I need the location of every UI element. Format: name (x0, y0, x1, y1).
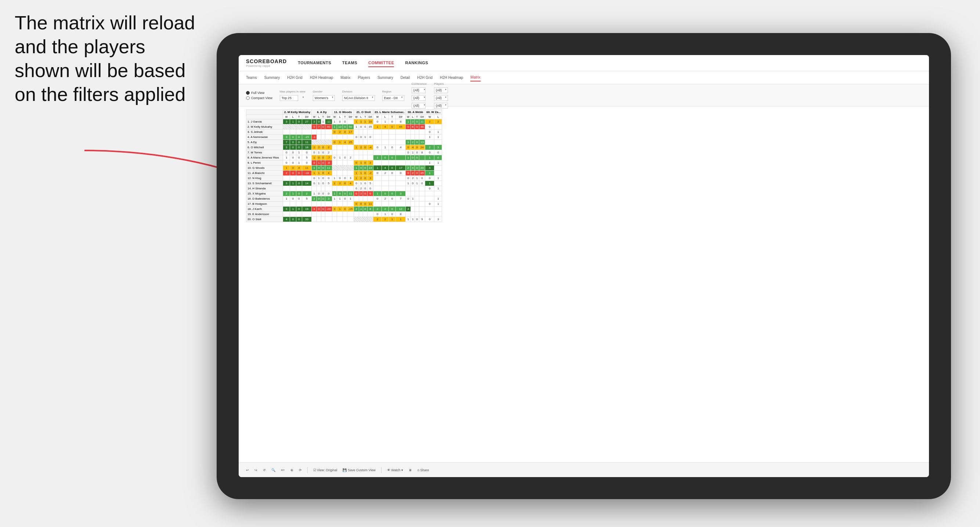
cell: 0 (296, 140, 302, 145)
cell (321, 130, 325, 135)
cell: 1 (406, 217, 411, 222)
players-select3[interactable]: (All) (434, 103, 448, 109)
gender-select-wrapper[interactable]: Women's (313, 94, 335, 101)
nav-teams[interactable]: TEAMS (342, 59, 357, 67)
players-select2-wrapper[interactable]: (All) (434, 94, 448, 101)
conference-select2-wrapper[interactable]: (All) (412, 94, 427, 101)
cell: 45 (396, 124, 406, 130)
table-row: 2. M Kelly Mulcahy 07040 110050 10035 14… (247, 124, 442, 130)
nav-tournaments[interactable]: TOURNAMENTS (298, 59, 331, 67)
max-players-select[interactable]: Top 25 (280, 95, 298, 101)
cell (290, 176, 296, 181)
region-select-wrapper[interactable]: East - DII (382, 94, 404, 101)
compact-view-radio[interactable] (246, 96, 250, 100)
cell (312, 130, 317, 135)
add-button[interactable]: ⊕ (290, 468, 293, 472)
compact-view-option[interactable]: Compact View (246, 96, 272, 100)
conference-select-wrapper[interactable]: (All) (412, 86, 427, 93)
view-original-button[interactable]: ☑ View: Original (313, 468, 337, 472)
sh-t4: T (363, 115, 367, 119)
division-filter: Division NCAA Division II (342, 90, 375, 101)
cell: 0 (317, 119, 321, 124)
conference-select3-wrapper[interactable]: (All) (412, 102, 427, 109)
cell: 2 (283, 171, 290, 176)
cell: 0 (283, 150, 290, 155)
players-select[interactable]: (All) (434, 87, 448, 93)
tab-h2h-heatmap2[interactable]: H2H Heatmap (440, 74, 463, 81)
cell: 1 (312, 155, 317, 160)
division-select-wrapper[interactable]: NCAA Division II (342, 94, 375, 101)
cell: 7 (396, 196, 406, 202)
cell (382, 130, 388, 135)
nav-committee[interactable]: COMMITTEE (368, 59, 395, 67)
sh-w2: W (312, 115, 317, 119)
cell: 1 (317, 160, 321, 165)
gender-select[interactable]: Women's (313, 95, 335, 101)
cell: 0 (388, 206, 395, 212)
cell: 1 (363, 135, 367, 140)
cell: 1 (312, 171, 317, 176)
conference-select3[interactable]: (All) (412, 103, 426, 109)
reset-button[interactable]: ↺ (263, 468, 266, 472)
cell: 1 (332, 181, 337, 186)
cell: 2 (283, 191, 290, 196)
max-players-select-wrapper[interactable]: Top 25 (280, 94, 305, 101)
cell: 0 (415, 150, 419, 155)
cell (374, 181, 382, 186)
cell (434, 171, 442, 176)
cell: 3 (283, 119, 290, 124)
cell (382, 181, 388, 186)
cell: 11 (347, 191, 354, 196)
zoom-button[interactable]: 🔍 (271, 468, 275, 472)
full-view-radio[interactable] (246, 91, 250, 95)
division-select[interactable]: NCAA Division II (342, 95, 375, 101)
players-select2[interactable]: (All) (434, 95, 448, 101)
save-custom-view-button[interactable]: 💾 Save Custom View (342, 468, 375, 472)
cell: 3 (283, 145, 290, 150)
cell: 2 (406, 165, 411, 171)
tab-detail[interactable]: Detail (401, 74, 410, 81)
cell (290, 202, 296, 206)
tab-h2h-heatmap[interactable]: H2H Heatmap (310, 74, 333, 81)
cell (382, 202, 388, 206)
cell (343, 202, 347, 206)
display-button[interactable]: 🖥 (409, 468, 412, 472)
cell: 0 (290, 217, 296, 222)
players-select-wrapper[interactable]: (All) (434, 86, 448, 93)
header-player23: 23. L Marie Schumac. (374, 110, 406, 115)
cell (325, 135, 332, 140)
redo-button[interactable]: ↪ (255, 468, 258, 472)
tab-matrix[interactable]: Matrix (340, 74, 350, 81)
tab-summary[interactable]: Summary (264, 74, 280, 81)
players-select3-wrapper[interactable]: (All) (434, 102, 448, 109)
full-view-option[interactable]: Full View (246, 91, 272, 95)
matrix-area: 2. M Kelly Mulcahy 6. A Dy 11. G Woods 2… (239, 106, 929, 462)
conference-select[interactable]: (All) (412, 87, 426, 93)
refresh-button[interactable]: ⟳ (299, 468, 302, 472)
tab-h2h-grid2[interactable]: H2H Grid (417, 74, 433, 81)
cell: 0 (337, 191, 343, 196)
nav-rankings[interactable]: RANKINGS (405, 59, 428, 67)
sh-t6: T (415, 115, 419, 119)
tab-h2h-grid[interactable]: H2H Grid (287, 74, 302, 81)
cell (363, 140, 367, 145)
cell: 0 (388, 155, 395, 160)
player-name: 19. E Andersson (247, 212, 283, 217)
sh-l2: L (317, 115, 321, 119)
cell: 0 (302, 150, 311, 155)
tab-teams[interactable]: Teams (246, 74, 257, 81)
division-label: Division (342, 90, 375, 93)
logo-title: SCOREBOARD (246, 58, 287, 64)
player-name: 16. D Ballesteros (247, 196, 283, 202)
tab-players[interactable]: Players (358, 74, 370, 81)
tab-summary2[interactable]: Summary (377, 74, 393, 81)
share-button[interactable]: ⎋ Share (417, 468, 429, 472)
watch-button[interactable]: 👁 Watch ▾ (387, 468, 403, 472)
cell (317, 135, 321, 140)
conference-select2[interactable]: (All) (412, 95, 426, 101)
columns-button[interactable]: ≡+ (281, 468, 285, 472)
region-select[interactable]: East - DII (382, 95, 404, 101)
undo-button[interactable]: ↩ (246, 468, 249, 472)
tab-matrix2[interactable]: Matrix (470, 74, 480, 81)
cell (367, 217, 373, 222)
